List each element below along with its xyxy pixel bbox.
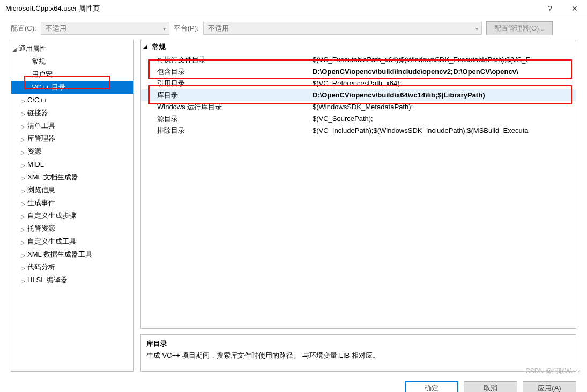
tree-item-label: 链接器: [27, 109, 48, 117]
tree-item-label: 代码分析: [27, 263, 55, 271]
tree-item[interactable]: ▷资源: [11, 145, 133, 158]
tree-item-label: 资源: [27, 147, 41, 155]
tree-item[interactable]: ▷清单工具: [11, 119, 133, 132]
tree-item-label: 自定义生成步骤: [27, 212, 76, 220]
collapse-icon: ◢: [12, 44, 18, 55]
tree-item-label: XML 文档生成器: [27, 173, 78, 181]
group-header-label: 常规: [152, 43, 166, 51]
tree-item-label: 生成事件: [27, 199, 55, 207]
expand-icon: ▷: [21, 250, 26, 261]
tree-item[interactable]: ▷生成事件: [11, 197, 133, 209]
title-bar: Microsoft.Cpp.x64.user 属性页 ? ✕: [0, 0, 587, 17]
tree-item-label: C/C++: [27, 96, 48, 104]
dialog-footer: 确定 取消 应用(A): [0, 377, 587, 392]
tree-item[interactable]: 常规: [11, 55, 133, 68]
expand-icon: ▷: [21, 224, 26, 235]
expand-icon: ▷: [21, 186, 26, 197]
expand-icon: ▷: [21, 96, 26, 107]
tree-item[interactable]: ▷浏览信息: [11, 184, 133, 197]
description-text: 生成 VC++ 项目期间，搜索库文件时使用的路径。 与环境变量 LIB 相对应。: [146, 351, 570, 360]
property-value[interactable]: $(VC_ExecutablePath_x64);$(WindowsSDK_Ex…: [313, 54, 576, 66]
help-button[interactable]: ?: [538, 0, 562, 17]
property-value[interactable]: $(VC_SourcePath);: [313, 113, 576, 125]
platform-value: 不适用: [208, 24, 229, 33]
tree-item-label: 常规: [32, 57, 46, 65]
toolbar: 配置(C): 不适用 平台(P): 不适用 配置管理器(O)...: [0, 17, 587, 40]
property-label: 排除目录: [157, 125, 313, 137]
tree-item[interactable]: ▷XML 数据生成器工具: [11, 248, 133, 261]
property-list[interactable]: ◢ 常规 可执行文件目录$(VC_ExecutablePath_x64);$(W…: [140, 40, 576, 329]
property-value[interactable]: D:\OpenCV\opencv\build\x64\vc14\lib;$(Li…: [313, 89, 576, 101]
watermark: CSDN @阿联Wzzz: [525, 367, 581, 376]
expand-icon: ▷: [21, 212, 26, 222]
tree-root[interactable]: ◢ 通用属性: [11, 42, 133, 55]
description-box: 库目录 生成 VC++ 项目期间，搜索库文件时使用的路径。 与环境变量 LIB …: [140, 334, 576, 372]
property-label: 包含目录: [157, 66, 313, 78]
expand-icon: ▷: [21, 276, 26, 287]
property-value[interactable]: $(VC_ReferencesPath_x64);: [313, 78, 576, 89]
property-row[interactable]: Windows 运行库目录$(WindowsSDK_MetadataPath);: [141, 101, 576, 113]
tree-item[interactable]: ▷库管理器: [11, 132, 133, 145]
expand-icon: ▷: [21, 199, 26, 209]
tree-item[interactable]: ▷XML 文档生成器: [11, 171, 133, 184]
property-label: 引用目录: [157, 78, 313, 89]
property-label: Windows 运行库目录: [157, 101, 313, 113]
platform-dropdown[interactable]: 不适用: [203, 22, 482, 35]
expand-icon: ▷: [21, 147, 26, 158]
tree-item-label: 托管资源: [27, 224, 55, 232]
config-value: 不适用: [46, 24, 66, 33]
tree-item-label: XML 数据生成器工具: [27, 250, 92, 258]
config-dropdown[interactable]: 不适用: [41, 22, 169, 35]
property-row[interactable]: 排除目录$(VC_IncludePath);$(WindowsSDK_Inclu…: [141, 125, 576, 137]
expand-icon: ▷: [21, 122, 26, 132]
expand-icon: ▷: [21, 263, 26, 274]
expand-icon: ▷: [21, 173, 26, 184]
property-row[interactable]: 源目录$(VC_SourcePath);: [141, 113, 576, 125]
tree-item-label: 清单工具: [27, 122, 55, 130]
property-row[interactable]: 引用目录$(VC_ReferencesPath_x64);: [141, 78, 576, 89]
tree-item-label: 浏览信息: [27, 186, 55, 194]
tree-item[interactable]: VC++ 目录: [11, 81, 133, 94]
tree-item-label: MIDL: [27, 160, 44, 168]
cancel-button[interactable]: 取消: [464, 381, 517, 392]
window-title: Microsoft.Cpp.x64.user 属性页: [5, 4, 538, 13]
tree-item-label: 自定义生成工具: [27, 237, 76, 245]
property-row[interactable]: 包含目录D:\OpenCV\opencv\build\include\openc…: [141, 66, 576, 78]
expand-icon: ▷: [21, 237, 26, 248]
ok-button[interactable]: 确定: [405, 381, 458, 392]
tree-item[interactable]: ▷代码分析: [11, 261, 133, 274]
property-label: 源目录: [157, 113, 313, 125]
config-manager-button[interactable]: 配置管理器(O)...: [486, 21, 553, 35]
property-value[interactable]: D:\OpenCV\opencv\build\include\opencv2;D…: [313, 66, 576, 78]
tree-item[interactable]: ▷C/C++: [11, 94, 133, 107]
platform-label: 平台(P):: [174, 24, 199, 33]
config-label: 配置(C):: [11, 24, 36, 33]
tree-item[interactable]: ▷托管资源: [11, 222, 133, 235]
property-value[interactable]: $(WindowsSDK_MetadataPath);: [313, 101, 576, 113]
tree-item[interactable]: ▷MIDL: [11, 158, 133, 171]
tree-item[interactable]: ▷自定义生成步骤: [11, 209, 133, 222]
expand-icon: ▷: [21, 134, 26, 145]
tree-item-label: 用户宏: [32, 70, 53, 78]
property-label: 可执行文件目录: [157, 54, 313, 66]
expand-icon: ▷: [21, 109, 26, 119]
description-title: 库目录: [146, 339, 570, 349]
tree-item[interactable]: ▷链接器: [11, 107, 133, 119]
tree-item[interactable]: ▷HLSL 编译器: [11, 274, 133, 287]
tree-item[interactable]: 用户宏: [11, 68, 133, 81]
property-row[interactable]: 库目录D:\OpenCV\opencv\build\x64\vc14\lib;$…: [141, 89, 576, 101]
tree-item-label: VC++ 目录: [32, 83, 65, 91]
expand-icon: ▷: [21, 160, 26, 171]
tree-item-label: 库管理器: [27, 134, 55, 142]
tree-item-label: HLSL 编译器: [27, 276, 68, 284]
apply-button[interactable]: 应用(A): [523, 381, 576, 392]
category-tree[interactable]: ◢ 通用属性 常规用户宏VC++ 目录▷C/C++▷链接器▷清单工具▷库管理器▷…: [11, 40, 134, 372]
property-row[interactable]: 可执行文件目录$(VC_ExecutablePath_x64);$(Window…: [141, 54, 576, 66]
properties-panel: ◢ 常规 可执行文件目录$(VC_ExecutablePath_x64);$(W…: [140, 40, 576, 372]
close-button[interactable]: ✕: [562, 0, 587, 17]
collapse-icon: ◢: [143, 43, 147, 49]
tree-item[interactable]: ▷自定义生成工具: [11, 235, 133, 248]
property-label: 库目录: [157, 89, 313, 101]
group-header[interactable]: ◢ 常规: [141, 40, 576, 54]
property-value[interactable]: $(VC_IncludePath);$(WindowsSDK_IncludePa…: [313, 125, 576, 137]
